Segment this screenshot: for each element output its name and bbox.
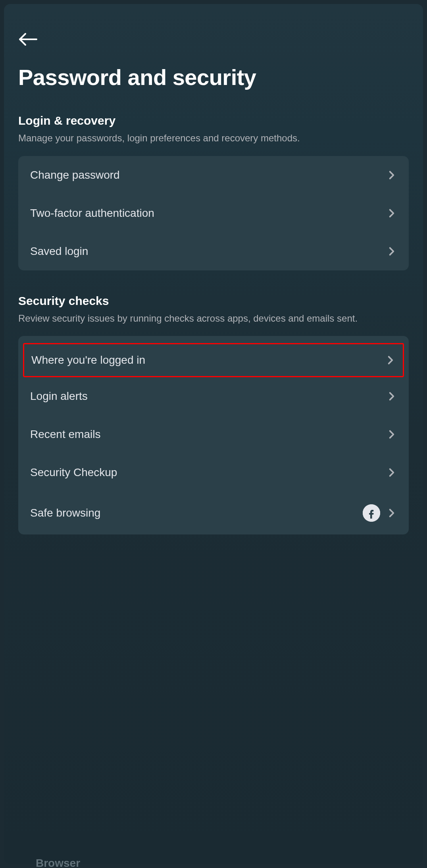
item-recent-emails[interactable]: Recent emails	[18, 415, 409, 453]
chevron-right-icon	[387, 391, 397, 401]
page-title: Password and security	[18, 64, 409, 90]
list-item-label: Security Checkup	[30, 466, 117, 479]
card-security-checks: Where you're logged in Login alerts Rece…	[18, 336, 409, 534]
item-login-alerts[interactable]: Login alerts	[18, 377, 409, 415]
list-item-label: Where you're logged in	[31, 354, 145, 366]
chevron-right-icon	[387, 208, 397, 218]
section-login-recovery: Login & recovery Manage your passwords, …	[18, 114, 409, 270]
item-security-checkup[interactable]: Security Checkup	[18, 453, 409, 492]
chevron-right-icon	[387, 467, 397, 478]
list-item-right	[363, 504, 397, 522]
section-title: Security checks	[18, 294, 409, 308]
arrow-left-icon	[18, 41, 37, 48]
item-change-password[interactable]: Change password	[18, 156, 409, 194]
section-subtitle: Manage your passwords, login preferences…	[18, 131, 409, 145]
list-item-label: Two-factor authentication	[30, 207, 154, 220]
item-two-factor-auth[interactable]: Two-factor authentication	[18, 194, 409, 232]
back-button[interactable]	[18, 32, 37, 48]
list-item-label: Login alerts	[30, 390, 88, 403]
item-where-logged-in[interactable]: Where you're logged in	[23, 343, 404, 377]
list-item-label: Safe browsing	[30, 507, 100, 519]
settings-panel: Password and security Login & recovery M…	[4, 4, 423, 864]
cutoff-text: Browser	[36, 857, 80, 868]
item-safe-browsing[interactable]: Safe browsing	[18, 492, 409, 534]
chevron-right-icon	[387, 429, 397, 440]
chevron-right-icon	[387, 246, 397, 257]
list-item-label: Change password	[30, 169, 120, 181]
chevron-right-icon	[387, 508, 397, 518]
section-security-checks: Security checks Review security issues b…	[18, 294, 409, 535]
chevron-right-icon	[387, 170, 397, 180]
list-item-label: Recent emails	[30, 428, 100, 441]
section-title: Login & recovery	[18, 114, 409, 127]
section-subtitle: Review security issues by running checks…	[18, 312, 409, 325]
card-login-recovery: Change password Two-factor authenticatio…	[18, 156, 409, 270]
facebook-icon	[363, 504, 380, 522]
list-item-label: Saved login	[30, 245, 88, 258]
chevron-right-icon	[385, 355, 396, 365]
item-saved-login[interactable]: Saved login	[18, 232, 409, 270]
